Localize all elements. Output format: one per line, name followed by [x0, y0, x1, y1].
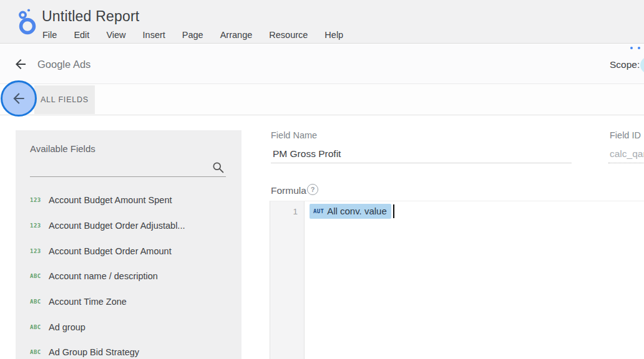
field-type-icon: 123 [30, 223, 49, 229]
datasource-name[interactable]: Google Ads [37, 59, 90, 70]
field-list-item[interactable]: 123 Account Budget Amount Spent [16, 188, 242, 213]
tab-all-fields[interactable]: ALL FIELDS [34, 85, 95, 114]
field-id-label: Field ID [610, 130, 641, 140]
field-list-item[interactable]: 123 Account Budget Order Amount [16, 238, 242, 264]
field-type-icon: ABC [30, 273, 49, 279]
field-list-item[interactable]: ABC Ad Group Bid Strategy [16, 340, 242, 359]
menu-file[interactable]: File [42, 30, 57, 40]
formula-editor[interactable]: 1 AUT All conv. value [270, 201, 644, 359]
looker-studio-logo[interactable] [13, 7, 42, 37]
menu-page[interactable]: Page [182, 30, 203, 40]
field-list-item[interactable]: 123 Account Budget Order Adjustabl... [16, 213, 242, 239]
decoration-dot [638, 47, 640, 49]
formula-code-area[interactable]: AUT All conv. value [305, 201, 644, 359]
menu-insert[interactable]: Insert [143, 30, 165, 40]
field-type-abbr: AUT [313, 208, 324, 214]
formula-line: AUT All conv. value [310, 204, 644, 219]
field-list-item[interactable]: ABC Ad group [16, 314, 242, 340]
menu-arrange[interactable]: Arrange [220, 30, 253, 40]
search-icon[interactable] [212, 161, 225, 174]
field-type-icon: ABC [30, 324, 49, 330]
field-list-item[interactable]: ABC Account Time Zone [16, 289, 242, 315]
fields-nav-bar: ALL FIELDS [0, 85, 644, 115]
field-list: 123 Account Budget Amount Spent 123 Acco… [16, 188, 242, 359]
highlighted-back-button[interactable] [1, 80, 37, 117]
field-id-value: calc_qan [610, 148, 644, 160]
back-button[interactable] [11, 55, 30, 74]
available-fields-title: Available Fields [30, 143, 95, 154]
line-number-gutter: 1 [270, 201, 305, 359]
menu-edit[interactable]: Edit [74, 30, 89, 40]
field-type-icon: 123 [30, 248, 49, 254]
back-arrow-icon [13, 57, 28, 72]
report-title[interactable]: Untitled Report [42, 8, 139, 25]
menu-bar: File Edit View Insert Page Arrange Resou… [42, 30, 343, 40]
menu-help[interactable]: Help [324, 30, 343, 40]
help-icon[interactable]: ? [307, 184, 318, 195]
field-name-underline [271, 163, 572, 163]
field-name-input[interactable] [273, 148, 566, 160]
formula-chip[interactable]: AUT All conv. value [310, 204, 391, 219]
back-arrow-icon [11, 90, 27, 107]
field-type-icon: 123 [30, 197, 49, 203]
field-id-underline [608, 163, 644, 163]
report-header: Untitled Report File Edit View Insert Pa… [0, 0, 644, 44]
field-name-label: Field Name [271, 130, 317, 140]
text-cursor [393, 204, 394, 218]
decoration-dot [630, 47, 633, 49]
field-list-item[interactable]: ABC Account name / description [16, 264, 242, 289]
field-search-input[interactable] [30, 158, 226, 177]
scope-toggle[interactable] [640, 57, 644, 74]
line-number: 1 [293, 207, 298, 216]
menu-resource[interactable]: Resource [269, 30, 308, 40]
menu-view[interactable]: View [106, 30, 125, 40]
field-type-icon: ABC [30, 299, 49, 305]
available-fields-panel: Available Fields 123 Account Budget Amou… [16, 130, 242, 359]
field-type-icon: ABC [30, 349, 49, 355]
scope-label: Scope: [610, 59, 640, 70]
datasource-bar: Google Ads Scope: [0, 44, 644, 84]
looker-studio-app: Untitled Report File Edit View Insert Pa… [0, 0, 644, 359]
formula-label: Formula [271, 185, 306, 196]
